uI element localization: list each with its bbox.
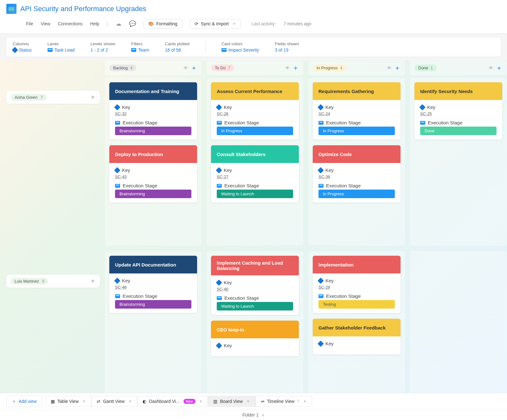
formatting-button[interactable]: 🎨 Formatting xyxy=(144,19,182,28)
card-icon xyxy=(217,184,222,188)
tab-label: Timeline View xyxy=(267,399,294,404)
card-key[interactable]: SC-39 xyxy=(318,174,330,179)
cloud-icon[interactable]: ☁ xyxy=(116,20,121,27)
card[interactable]: Requirements Gathering Key SC-24 Executi… xyxy=(313,82,401,140)
plus-icon[interactable]: ＋ xyxy=(394,64,401,72)
column-body-row1: Identify Security Needs Key SC-25 Execut… xyxy=(410,78,507,246)
card[interactable]: Identify Security Needs Key SC-25 Execut… xyxy=(414,82,502,140)
eye-icon[interactable]: 👁 xyxy=(183,65,188,71)
card-key[interactable]: SC-29 xyxy=(318,285,330,290)
card[interactable]: Gather Stakeholder Feedback Key xyxy=(313,319,401,354)
view-tab-dashboard-vi---[interactable]: ◐ Dashboard Vi... New ▼ xyxy=(137,396,208,407)
card[interactable]: Implement Caching and Load Balancing Key… xyxy=(211,256,299,315)
view-tab-table-view[interactable]: ▦ Table View ▼ xyxy=(45,396,91,407)
filter-lanes[interactable]: Lanes Task Lead xyxy=(48,41,75,53)
field-key-label: Key xyxy=(122,104,130,110)
help-icon[interactable]: ? xyxy=(297,399,299,404)
filter-cards[interactable]: Cards plotted 16 of 58 xyxy=(165,41,189,53)
diamond-icon xyxy=(216,279,222,286)
card[interactable]: Documentation and Training Key SC-32 Exe… xyxy=(109,82,197,140)
app-logo[interactable] xyxy=(6,4,16,14)
eye-icon[interactable]: 👁 xyxy=(91,279,95,284)
card-key[interactable]: SC-25 xyxy=(420,111,432,116)
column-count: 4 xyxy=(340,66,342,70)
view-tab-gantt-view[interactable]: ⇄ Gantt View ▼ xyxy=(91,396,137,407)
tab-icon: ▥ xyxy=(213,399,217,404)
column-body-row2: Implement Caching and Load Balancing Key… xyxy=(207,251,303,393)
stage-pill: Brainstorming xyxy=(115,190,191,198)
plus-icon[interactable]: ＋ xyxy=(191,64,197,72)
card[interactable]: Optimize Code Key SC-39 Execution Stage … xyxy=(313,145,401,203)
field-stage-label: Execution Stage xyxy=(123,183,157,188)
column-name: To Do xyxy=(215,66,226,70)
view-tab-timeline-view[interactable]: ⇌ Timeline View ? ▼ xyxy=(255,396,312,407)
card[interactable]: Update API Documentation Key SC-46 Execu… xyxy=(109,256,197,313)
field-key-label: Key xyxy=(122,167,130,173)
folder-row[interactable]: Folder 1 ▼ xyxy=(0,410,507,420)
column-in-progress: In Progress 4 👁 ＋ Requirements Gathering… xyxy=(308,60,405,393)
filter-fields[interactable]: Fields shown 3 of 19 xyxy=(275,41,299,53)
card[interactable]: Consult Stakeholders Key SC-27 Execution… xyxy=(211,145,299,203)
diamond-icon xyxy=(216,167,222,173)
chat-icon[interactable]: 💬 xyxy=(129,20,136,27)
menu-connections[interactable]: Connections xyxy=(58,21,83,26)
card-key[interactable]: SC-40 xyxy=(217,287,228,291)
diamond-icon xyxy=(114,104,120,110)
chevron-down-icon: ▼ xyxy=(233,22,236,26)
field-stage-label: Execution Stage xyxy=(123,120,157,125)
menu-view[interactable]: View xyxy=(41,21,50,26)
plus-icon[interactable]: ＋ xyxy=(292,64,299,72)
view-tab-board-view[interactable]: ▥ Board View ▼ xyxy=(208,396,255,407)
lane-header-aisha[interactable]: Aisha Green7 👁 xyxy=(6,91,100,104)
chevron-down-icon[interactable]: ▼ xyxy=(303,399,307,403)
card-key[interactable]: SC-32 xyxy=(115,111,127,116)
card-key[interactable]: SC-24 xyxy=(318,111,330,116)
menu-file[interactable]: File xyxy=(26,21,33,26)
chevron-down-icon[interactable]: ▼ xyxy=(247,399,250,403)
eye-icon[interactable]: 👁 xyxy=(387,65,392,71)
column-body-row2 xyxy=(410,251,507,393)
filter-columns[interactable]: Columns Status xyxy=(13,41,32,53)
menu-help[interactable]: Help xyxy=(90,21,99,26)
card-key[interactable]: SC-46 xyxy=(115,285,127,290)
chevron-down-icon[interactable]: ▼ xyxy=(199,399,203,403)
card-title: Deploy to Production xyxy=(109,145,197,163)
last-activity-label: Last activity: xyxy=(252,21,276,26)
field-stage-label: Execution Stage xyxy=(326,293,361,299)
diamond-icon xyxy=(318,167,324,173)
card-key[interactable]: SC-27 xyxy=(217,174,228,179)
filter-filters[interactable]: Filters Team xyxy=(131,41,149,53)
card-icon xyxy=(115,184,120,188)
sync-import-button[interactable]: ⟳ Sync & Import ▼ xyxy=(190,19,241,28)
card[interactable]: Assess Current Performance Key SC-26 Exe… xyxy=(211,82,299,140)
eye-icon[interactable]: 👁 xyxy=(489,65,493,71)
lane-header-luis[interactable]: Luis Martinez5 👁 xyxy=(6,275,100,288)
card-icon xyxy=(221,48,227,52)
chevron-down-icon[interactable]: ▼ xyxy=(128,399,132,403)
stage-pill: Waiting to Launch xyxy=(217,302,293,310)
page-title: API Security and Performance Upgrades xyxy=(20,5,146,13)
card-title: Assess Current Performance xyxy=(211,82,299,100)
diamond-icon xyxy=(12,47,18,53)
column-body-row2: Update API Documentation Key SC-46 Execu… xyxy=(105,251,202,393)
column-name: Backlog xyxy=(113,66,128,70)
column-count: 1 xyxy=(431,66,433,70)
field-key-label: Key xyxy=(325,104,334,110)
add-view-button[interactable]: ＋ Add view xyxy=(6,396,42,407)
card[interactable]: CEO loop-in Key xyxy=(211,321,299,356)
card[interactable]: Implementation Key SC-29 Execution Stage… xyxy=(313,256,401,313)
card[interactable]: Deploy to Production Key SC-43 Execution… xyxy=(109,145,197,203)
card-key[interactable]: SC-26 xyxy=(217,111,228,116)
eye-icon[interactable]: 👁 xyxy=(285,65,290,71)
column-backlog: Backlog 4 👁 ＋ Documentation and Training… xyxy=(105,60,202,393)
card-icon xyxy=(48,48,53,52)
card-key[interactable]: SC-43 xyxy=(115,174,127,179)
chevron-down-icon[interactable]: ▼ xyxy=(82,399,86,403)
eye-icon[interactable]: 👁 xyxy=(91,95,95,100)
filter-levels[interactable]: Levels shown 1 - 2 of 2 xyxy=(91,41,116,53)
plus-icon[interactable]: ＋ xyxy=(496,64,502,72)
diamond-icon xyxy=(216,104,222,110)
field-key-label: Key xyxy=(325,167,334,173)
filter-colors[interactable]: Card colors Impact Severity xyxy=(221,41,259,53)
field-key-label: Key xyxy=(224,167,232,173)
